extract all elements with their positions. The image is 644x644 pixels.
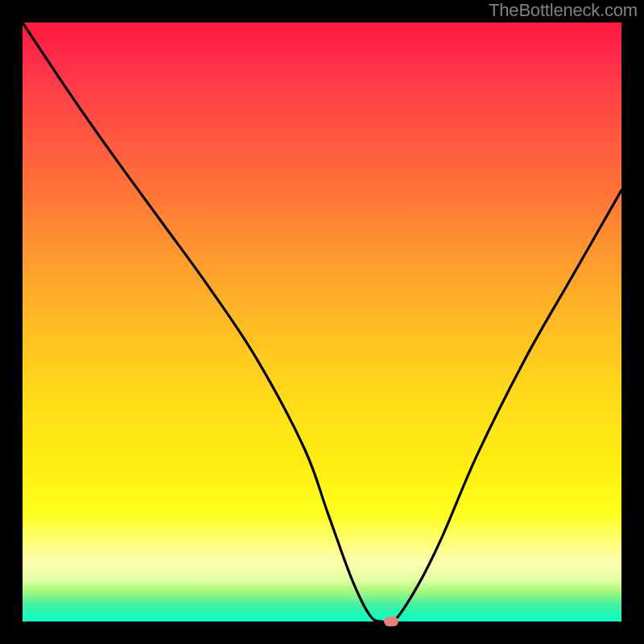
bottleneck-curve-path xyxy=(23,23,621,625)
chart-frame: TheBottleneck.com xyxy=(0,0,644,644)
plot-area xyxy=(23,23,621,621)
watermark-label: TheBottleneck.com xyxy=(489,0,638,21)
optimal-point-marker xyxy=(384,617,398,626)
curve-layer xyxy=(23,23,621,621)
